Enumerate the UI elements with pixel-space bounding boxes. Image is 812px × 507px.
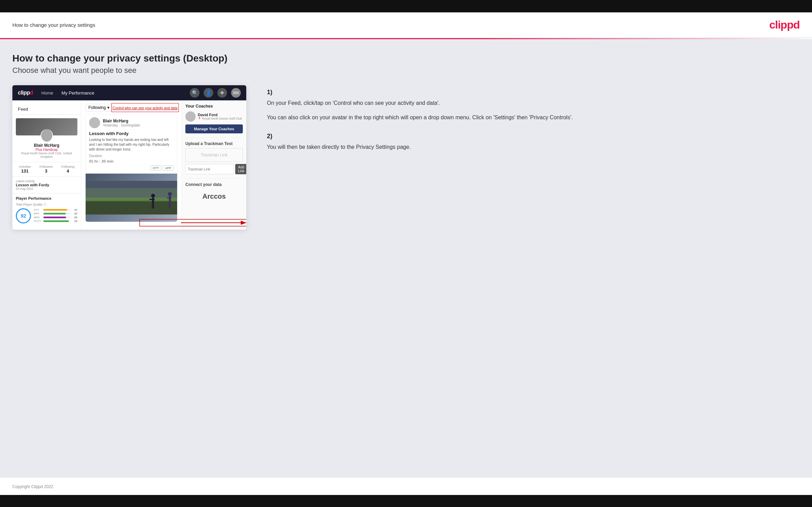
manage-coaches-button[interactable]: Manage Your Coaches — [185, 124, 243, 133]
coach-item: David Ford 📍 Royal North Devon Golf Club — [185, 111, 243, 122]
instruction-step2: 2) You will then be taken directly to th… — [267, 133, 800, 152]
coaches-title: Your Coaches — [185, 104, 243, 109]
coaches-section: Your Coaches David Ford 📍 Royal North De… — [185, 104, 243, 133]
stat-followers: Followers 3 — [40, 165, 53, 174]
svg-rect-8 — [153, 204, 154, 209]
post-image — [86, 174, 177, 222]
stat-following: Following 4 — [61, 165, 74, 174]
post-card: Blair McHarg Yesterday · Sunningdale Les… — [85, 114, 177, 222]
app-bar-row: APP 85 — [34, 212, 77, 215]
quality-bars: OTT 90 APP 85 ARG — [34, 208, 77, 223]
add-icon[interactable]: ✚ — [217, 88, 227, 98]
post-tags: OTT APP — [86, 165, 177, 174]
nav-home[interactable]: Home — [41, 90, 53, 96]
app-navbar-logo: clippd — [18, 90, 33, 96]
instruction-step1: 1) On your Feed, click/tap on 'Control w… — [267, 89, 800, 122]
quality-label: Total Player Quality ⓘ — [16, 202, 77, 207]
player-performance: Player Performance Total Player Quality … — [12, 194, 81, 226]
stats-row: Activities 131 Followers 3 Following 4 — [12, 162, 81, 177]
svg-rect-11 — [167, 198, 172, 199]
quality-circle: 92 — [16, 208, 31, 223]
main-subtitle: Choose what you want people to see — [12, 66, 800, 75]
main-title: How to change your privacy settings (Des… — [12, 53, 800, 64]
post-avatar — [89, 117, 100, 128]
step1-text: On your Feed, click/tap on 'Control who … — [267, 99, 800, 122]
svg-point-4 — [151, 194, 155, 198]
bottom-bar — [0, 495, 812, 507]
step2-number: 2) — [267, 133, 800, 140]
quality-row: 92 OTT 90 APP 85 — [16, 208, 77, 223]
divider-2 — [185, 178, 243, 179]
svg-rect-6 — [150, 199, 155, 200]
svg-rect-13 — [170, 203, 171, 208]
trackman-placeholder: Trackman Link — [185, 148, 243, 162]
profile-avatar — [41, 129, 53, 142]
person-icon[interactable]: 👤 — [204, 88, 213, 98]
svg-rect-3 — [86, 188, 177, 200]
profile-name: Blair McHarg — [16, 143, 77, 148]
post-duration: Duration — [86, 154, 177, 159]
following-button[interactable]: Following ▾ — [85, 104, 112, 111]
post-title: Lesson with Fordy — [86, 131, 177, 137]
divider-1 — [185, 137, 243, 138]
profile-handicap: Plus Handicap — [16, 148, 77, 152]
page-header: How to change your privacy settings clip… — [0, 12, 812, 38]
latest-activity: Latest Activity Lesson with Fordy 03 Aug… — [12, 177, 81, 194]
nav-my-performance[interactable]: My Performance — [62, 90, 94, 96]
app-body: Feed Blair McHarg Plus Handicap Royal No… — [12, 100, 246, 230]
arg-bar-row: ARG 86 — [34, 216, 77, 219]
svg-rect-1 — [86, 200, 177, 214]
svg-rect-7 — [152, 204, 153, 209]
add-link-button[interactable]: Add Link — [235, 164, 246, 174]
page-header-title: How to change your privacy settings — [12, 22, 95, 28]
nav-icons: 🔍 👤 ✚ BM — [190, 88, 241, 98]
clippd-logo: clippd — [769, 19, 800, 31]
post-description: Looking to feel like my hands are exitin… — [86, 137, 177, 154]
upload-title: Upload a Trackman Test — [185, 141, 243, 146]
svg-rect-12 — [169, 203, 170, 208]
app-mockup: clippd Home My Performance 🔍 👤 ✚ BM Feed — [12, 85, 246, 230]
coach-club: 📍 Royal North Devon Golf Club — [198, 117, 242, 120]
tag-ott: OTT — [150, 165, 161, 171]
control-privacy-link[interactable]: Control who can see your activity and da… — [113, 106, 177, 110]
step2-text: You will then be taken directly to the P… — [267, 143, 800, 152]
upload-section: Upload a Trackman Test Trackman Link Add… — [185, 141, 243, 174]
tag-app: APP — [163, 165, 174, 171]
putt-bar-row: PUTT 96 — [34, 220, 77, 223]
post-duration-value: 01 hr : 30 min — [86, 159, 177, 165]
connect-title: Connect your data — [185, 182, 243, 187]
app-sidebar: Feed Blair McHarg Plus Handicap Royal No… — [12, 100, 81, 230]
post-header: Blair McHarg Yesterday · Sunningdale — [86, 114, 177, 131]
coach-avatar — [185, 111, 196, 122]
trackman-input-row: Add Link — [185, 164, 243, 174]
svg-rect-10 — [169, 196, 171, 203]
arccos-brand: Arccos — [185, 189, 243, 204]
profile-card: Blair McHarg Plus Handicap Royal North D… — [12, 115, 81, 162]
post-user-info: Blair McHarg Yesterday · Sunningdale — [103, 119, 140, 127]
step1-number: 1) — [267, 89, 800, 96]
svg-rect-5 — [152, 198, 154, 204]
feed-tab[interactable]: Feed — [12, 104, 81, 115]
following-row: Following ▾ Control who can see your act… — [85, 104, 177, 111]
content-grid: clippd Home My Performance 🔍 👤 ✚ BM Feed — [12, 85, 800, 230]
footer-copyright: Copyright Clippd 2022 — [12, 484, 53, 489]
app-navbar: clippd Home My Performance 🔍 👤 ✚ BM — [12, 85, 246, 100]
top-bar — [0, 0, 812, 12]
profile-club: Royal North Devon Golf Club, United King… — [16, 152, 77, 158]
app-main: Following ▾ Control who can see your act… — [81, 100, 182, 230]
ott-bar-row: OTT 90 — [34, 208, 77, 211]
instructions-panel: 1) On your Feed, click/tap on 'Control w… — [260, 85, 800, 163]
trackman-link-input[interactable] — [185, 164, 234, 174]
main-content: How to change your privacy settings (Des… — [0, 39, 812, 477]
search-icon[interactable]: 🔍 — [190, 88, 199, 98]
page-footer: Copyright Clippd 2022 — [0, 477, 812, 495]
connect-section: Connect your data Arccos — [185, 182, 243, 204]
svg-point-9 — [168, 192, 172, 196]
coach-info: David Ford 📍 Royal North Devon Golf Club — [198, 113, 242, 120]
user-avatar[interactable]: BM — [231, 88, 241, 98]
stat-activities: Activities 131 — [19, 165, 31, 174]
app-right-panel: Your Coaches David Ford 📍 Royal North De… — [182, 100, 246, 230]
